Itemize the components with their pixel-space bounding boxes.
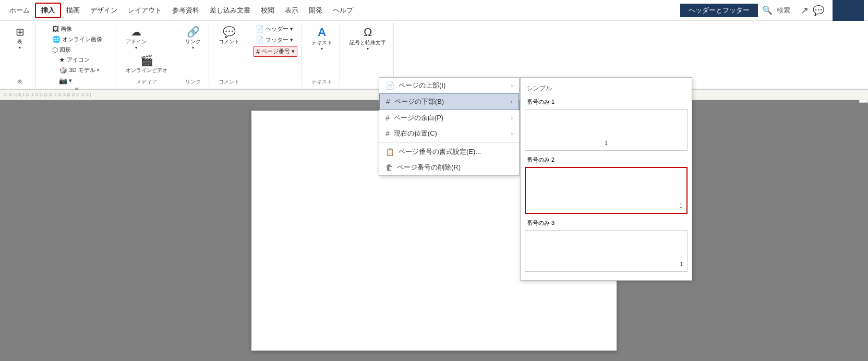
page-margin-icon: #	[385, 114, 390, 122]
menu-view[interactable]: 表示	[280, 4, 304, 17]
preview-number-1: 1	[605, 140, 608, 146]
share-icon[interactable]: ↗	[801, 5, 809, 16]
icon-icon: ★	[59, 56, 65, 64]
menu-design[interactable]: デザイン	[85, 4, 123, 17]
dropdown-item-format[interactable]: 📋 ページ番号の書式設定(E)...	[379, 144, 519, 160]
ribbon-group-header-footer: 📄 ヘッダー ▾ 📄 フッター ▾ # ページ番号 ▾	[249, 23, 302, 87]
menu-layout[interactable]: レイアウト	[123, 4, 167, 17]
dropdown-menu: 📄 ページの上部(I) › # ページの下部(B) › # ページの余白(P) …	[379, 77, 520, 176]
ribbon-btn-footer[interactable]: 📄 フッター ▾	[254, 35, 295, 45]
page-number-icon: #	[256, 47, 260, 55]
submenu-preview-3[interactable]: 1	[525, 230, 688, 272]
dropdown-item-page-top[interactable]: 📄 ページの上部(I) ›	[379, 78, 519, 93]
dropdown-item-remove[interactable]: 🗑 ページ番号の削除(R)	[379, 160, 519, 175]
menu-help[interactable]: ヘルプ	[328, 4, 358, 17]
ribbon-btn-comment[interactable]: 💬 コメント	[215, 24, 243, 47]
comment-ribbon-icon: 💬	[223, 26, 236, 38]
submenu-preview-1[interactable]: 1	[525, 109, 688, 151]
ribbon-group-link: 🔗 リンク ▾ リンク	[177, 23, 209, 87]
ribbon-group-table: ⊞ 表 ▾ 表	[4, 23, 36, 87]
submenu-label-2: 番号のみ 2	[525, 155, 688, 165]
header-footer-tab[interactable]: ヘッダーとフッター	[680, 4, 758, 17]
shape-icon: ⬡	[52, 46, 58, 54]
table-icon: ⊞	[16, 26, 25, 38]
dropdown-item-current-position[interactable]: # 現在の位置(C) ›	[379, 126, 519, 141]
menu-references[interactable]: 参考資料	[167, 4, 204, 17]
screenshot-icon: 📷	[59, 77, 67, 85]
header-icon: 📄	[256, 25, 264, 33]
ribbon-group-comment-label: コメント	[219, 77, 239, 86]
menu-developer[interactable]: 開発	[304, 4, 328, 17]
ribbon-btn-table[interactable]: ⊞ 表 ▾	[8, 24, 31, 52]
text-icon: A	[318, 26, 326, 39]
image-icon: 🖼	[52, 25, 59, 33]
remove-icon: 🗑	[385, 163, 393, 172]
3d-icon: 🎲	[59, 66, 67, 74]
menu-insert[interactable]: 挿入	[35, 3, 61, 18]
ribbon-group-link-label: リンク	[185, 77, 201, 86]
page-bottom-icon: #	[386, 98, 390, 106]
dropdown-item-page-margin[interactable]: # ページの余白(P) ›	[379, 110, 519, 126]
submenu-section-title: シンプル	[525, 82, 688, 95]
comment-icon[interactable]: 💬	[813, 5, 824, 16]
ribbon-btn-online-image[interactable]: 🌐 オンライン画像	[50, 34, 104, 44]
arrow-icon-0: ›	[511, 83, 513, 89]
current-pos-icon: #	[385, 129, 390, 138]
submenu-label-1: 番号のみ 1	[525, 97, 688, 107]
ribbon-btn-text[interactable]: A テキスト ▾	[308, 24, 335, 53]
preview-number-3: 1	[680, 261, 683, 267]
preview-number-2: 1	[679, 203, 682, 209]
menu-review[interactable]: 校閲	[256, 4, 280, 17]
ribbon-btn-screenshot[interactable]: 📷 ▾	[57, 76, 74, 86]
ribbon-btn-header[interactable]: 📄 ヘッダー ▾	[254, 24, 295, 34]
ribbon-btn-3d[interactable]: 🎲 3D モデル ▾	[57, 65, 101, 75]
ribbon-btn-icon[interactable]: ★ アイコン	[57, 55, 92, 65]
ribbon-btn-addin[interactable]: ☁ アドイン ▾	[123, 24, 150, 52]
arrow-icon-2: ›	[511, 115, 513, 121]
ribbon-group-table-label: 表	[17, 77, 22, 86]
ribbon-group-media: ☁ アドイン ▾ 🎬 オンラインビデオ メディア	[118, 23, 175, 87]
arrow-icon-3: ›	[511, 131, 513, 137]
link-icon: 🔗	[187, 26, 200, 38]
ribbon-btn-online-video[interactable]: 🎬 オンラインビデオ	[123, 53, 171, 76]
submenu-label-3: 番号のみ 3	[525, 218, 688, 228]
search-icon: 🔍	[762, 5, 773, 15]
page-top-icon: 📄	[385, 81, 394, 90]
dropdown-divider	[379, 142, 519, 143]
submenu-panel: シンプル 番号のみ 1 1 番号のみ 2 1 番号のみ 3 1	[520, 77, 692, 281]
search-label: 検索	[777, 6, 790, 15]
arrow-icon-1: ›	[511, 99, 512, 105]
submenu-preview-2[interactable]: 1	[525, 167, 688, 214]
ribbon-group-media-label: メディア	[136, 77, 157, 86]
ribbon-btn-link[interactable]: 🔗 リンク ▾	[182, 24, 204, 52]
menu-mailings[interactable]: 差し込み文書	[204, 4, 256, 17]
dropdown-item-page-bottom[interactable]: # ページの下部(B) ›	[379, 93, 519, 110]
menu-home[interactable]: ホーム	[4, 4, 35, 17]
ribbon-group-figure: 🖼 画像 🌐 オンライン画像 ⬡ 図形 ★ アイコン 🎲	[38, 23, 116, 87]
addin-icon: ☁	[131, 26, 141, 38]
footer-icon: 📄	[256, 36, 264, 44]
ribbon-btn-symbol[interactable]: Ω 記号と特殊文字 ▾	[346, 24, 389, 53]
ribbon-btn-page-number[interactable]: # ページ番号 ▾	[254, 46, 297, 57]
menu-draw[interactable]: 描画	[61, 4, 85, 17]
ribbon-group-comment: 💬 コメント コメント	[211, 23, 247, 87]
ribbon-group-text-label: テキスト	[311, 77, 332, 86]
ribbon-group-text: A テキスト ▾ テキスト	[304, 23, 340, 87]
online-video-icon: 🎬	[140, 54, 153, 67]
ribbon-btn-image[interactable]: 🖼 画像	[50, 24, 74, 34]
online-image-icon: 🌐	[52, 35, 61, 43]
menu-bar-right: ヘッダーとフッター 🔍 検索 ↗ 💬	[680, 0, 864, 21]
format-icon: 📋	[385, 148, 394, 156]
symbol-icon: Ω	[364, 26, 372, 39]
menu-bar: ホーム 挿入 描画 デザイン レイアウト 参考資料 差し込み文書 校閲 表示 開…	[0, 0, 868, 21]
ribbon-btn-shape[interactable]: ⬡ 図形	[50, 45, 73, 55]
